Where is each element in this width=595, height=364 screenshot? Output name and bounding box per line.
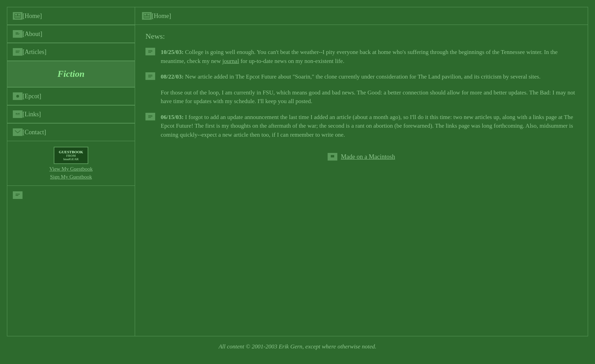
sidebar: [Home] [About] (7, 7, 135, 336)
sidebar-epcot-label: [Epcot] (23, 93, 41, 100)
news-entry-2: 08/22/03: New article added in The Epcot… (145, 72, 577, 81)
mac-link-text: Made on a Macintosh (341, 153, 395, 161)
footer-content: Made on a Macintosh (145, 146, 577, 164)
sign-guestbook-link[interactable]: Sign My Guestbook (50, 174, 92, 180)
news-entry-3-text: 06/15/03: I forgot to add an update anno… (161, 113, 577, 139)
news-date-1: 10/25/03: (161, 49, 184, 55)
news-body-2: New article added in The Epcot Future ab… (185, 73, 540, 80)
svg-rect-19 (16, 115, 20, 115)
sidebar-item-links[interactable]: [Links] (7, 105, 135, 123)
sidebar-item-epcot[interactable]: [Epcot] (7, 87, 135, 105)
mac-icon (328, 153, 337, 161)
svg-rect-22 (16, 194, 20, 194)
news-body-1: College is going well enough. You can't … (161, 49, 558, 64)
svg-rect-2 (18, 14, 20, 16)
about-icon (13, 30, 23, 38)
svg-rect-39 (148, 117, 151, 118)
sidebar-about-label: [About] (23, 30, 42, 38)
svg-rect-35 (148, 77, 151, 78)
view-guestbook-link[interactable]: View My Guestbook (50, 166, 93, 172)
guestbook-badge-from: FROM (66, 154, 76, 157)
svg-rect-12 (16, 53, 19, 53)
sidebar-item-fiction[interactable]: Fiction (7, 61, 135, 87)
sidebar-contact-label: [Contact] (23, 129, 46, 136)
svg-rect-23 (16, 195, 18, 196)
links-icon (13, 110, 23, 118)
sidebar-bottom (7, 186, 135, 204)
news-entry-1-text: 10/25/03: College is going well enough. … (161, 48, 577, 65)
home-header: [Home] (135, 7, 588, 25)
svg-rect-6 (16, 34, 20, 34)
sidebar-links-label: [Links] (23, 111, 41, 118)
mac-link[interactable]: Made on a Macintosh (328, 153, 395, 161)
news-date-2: 08/22/03: (161, 73, 184, 80)
news-section: News: 10/25/03: College is going well (135, 25, 588, 171)
svg-rect-27 (144, 16, 150, 18)
sidebar-item-about[interactable]: [About] (7, 25, 135, 43)
svg-rect-5 (16, 33, 18, 33)
svg-rect-29 (148, 50, 152, 51)
news-entry-3: 06/15/03: I forgot to add an update anno… (145, 113, 577, 139)
sidebar-bottom-icon (13, 191, 23, 199)
page-wrapper: [Home] [About] (0, 0, 595, 364)
svg-rect-34 (148, 76, 152, 76)
journal-link[interactable]: journal (222, 58, 239, 64)
contact-icon (13, 128, 23, 136)
home-icon (13, 12, 23, 20)
news-entry-2-icon (145, 72, 155, 80)
news-middle-paragraph: For those out of the loop, I am currentl… (161, 88, 577, 106)
svg-rect-42 (331, 158, 334, 159)
svg-rect-9 (16, 51, 20, 51)
svg-rect-10 (16, 51, 20, 52)
news-entry-2-text: 08/22/03: New article added in The Epcot… (161, 72, 577, 81)
epcot-icon (13, 92, 23, 100)
sidebar-articles-label: [Articles] (23, 48, 46, 56)
sidebar-item-contact[interactable]: [Contact] (7, 123, 135, 141)
sidebar-fiction-label: Fiction (57, 69, 85, 79)
guestbook-section: GUESTBOOK FROM htmlGEAR View My Guestboo… (7, 141, 135, 186)
guestbook-badge-title: GUESTBOOK (59, 150, 83, 154)
svg-rect-11 (16, 52, 19, 52)
sidebar-item-articles[interactable]: [Articles] (7, 43, 135, 61)
news-entry-3-icon (145, 113, 155, 120)
svg-rect-7 (16, 34, 19, 35)
svg-rect-41 (331, 155, 334, 157)
svg-rect-18 (17, 113, 19, 114)
svg-rect-1 (15, 14, 17, 16)
svg-rect-30 (148, 51, 152, 52)
svg-rect-25 (144, 14, 146, 16)
news-title: News: (145, 32, 577, 41)
news-body-1b: for up-to-date news on my non-existent l… (239, 58, 344, 64)
guestbook-badge: GUESTBOOK FROM htmlGEAR (54, 147, 88, 164)
svg-point-14 (16, 95, 19, 98)
svg-rect-31 (148, 52, 151, 53)
news-entry-1: 10/25/03: College is going well enough. … (145, 48, 577, 65)
copyright: All content © 2001-2003 Erik Gern, excep… (7, 336, 588, 357)
articles-icon (13, 48, 23, 56)
svg-rect-26 (147, 14, 150, 16)
sidebar-item-home[interactable]: [Home] (7, 7, 135, 25)
svg-rect-15 (15, 112, 20, 116)
header-home-icon (142, 12, 152, 20)
svg-rect-38 (148, 116, 152, 117)
svg-rect-33 (148, 75, 152, 75)
news-entry-1-icon (145, 48, 155, 55)
news-date-3: 06/15/03: (161, 114, 184, 120)
sidebar-home-label: [Home] (23, 12, 42, 20)
guestbook-badge-gear: htmlGEAR (63, 157, 79, 161)
svg-rect-37 (148, 115, 152, 116)
main-content: [Home] News: 10/25/0 (135, 7, 588, 336)
news-body-3: I forgot to add an update announcement t… (161, 114, 573, 138)
main-layout: [Home] [About] (7, 7, 588, 336)
header-home-label[interactable]: [Home] (152, 12, 171, 20)
svg-rect-3 (15, 16, 20, 18)
